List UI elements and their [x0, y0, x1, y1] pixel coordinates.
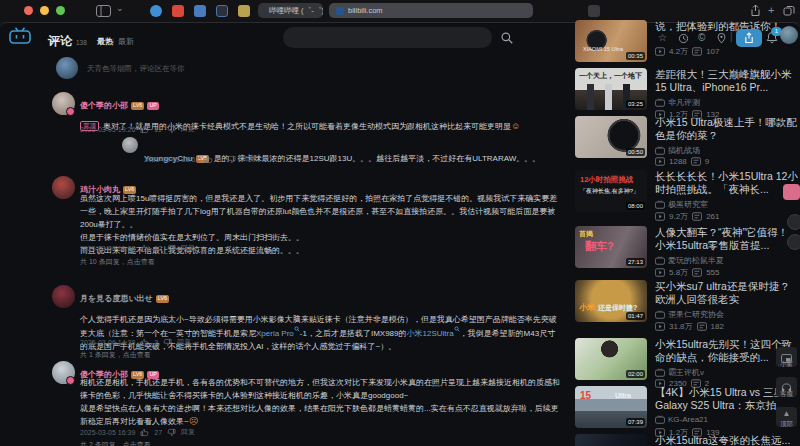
floating-widget-icon[interactable]: [787, 214, 800, 230]
share-button[interactable]: [736, 29, 762, 47]
browser-address-bar[interactable]: bilibili.com: [329, 3, 533, 18]
avatar-decoration: [66, 107, 75, 116]
video-uploader[interactable]: 霸王评机v: [655, 367, 704, 378]
close-window-button[interactable]: [24, 6, 33, 15]
video-card[interactable]: 15 Ultra 07:39 【4K】小米15 Ultra vs 三星Galax…: [575, 386, 798, 432]
copyright-icon[interactable]: ©: [698, 33, 705, 43]
video-title[interactable]: 人像大翻车？“夜神”它值得！小米15ultra零售版首提...: [655, 226, 798, 252]
video-thumbnail[interactable]: 00:50: [575, 116, 647, 158]
site-favicon: [336, 7, 344, 15]
floating-widget-icon[interactable]: [787, 234, 800, 250]
video-thumbnail[interactable]: 小米 还是保时捷? 01:47: [575, 280, 647, 322]
video-stats: 1288 9: [655, 157, 709, 166]
customer-service-button[interactable]: 客服: [776, 377, 797, 397]
video-thumbnail[interactable]: XIAOMI 15 Ultra 00:35: [575, 20, 647, 62]
reply-button[interactable]: 回复: [181, 243, 195, 253]
pinned-tab-icon-3[interactable]: [194, 5, 206, 17]
video-thumbnail[interactable]: 02:00: [575, 338, 647, 380]
video-thumbnail[interactable]: 12小时拍照挑战 「夜神长焦,有多神?」 08:00: [575, 170, 647, 212]
comment-input-placeholder[interactable]: 天青色等烟雨，评论区在等你: [87, 64, 185, 74]
danmaku-count: 9: [705, 157, 709, 166]
view-count: 1288: [669, 157, 687, 166]
view-more-replies[interactable]: 共 1 条回复，点击查看: [80, 350, 151, 360]
video-title[interactable]: 小米15 Ultra极速上手！哪款配色是你的菜？: [655, 116, 798, 142]
back-to-top-button[interactable]: ▲ 顶部: [776, 407, 797, 427]
video-card[interactable]: 一个天上，一个地下 03:25 差距很大！三大巅峰旗舰小米15 Ultra、iP…: [575, 68, 798, 114]
video-thumbnail[interactable]: 15 Ultra 07:39: [575, 386, 647, 428]
comment-date: 2025-03-05 16:39: [80, 429, 135, 436]
like-icon[interactable]: [140, 125, 149, 134]
activity-badge[interactable]: [783, 184, 800, 200]
video-title[interactable]: 买小米su7 ultra还是保时捷？欧洲人回答很老实: [655, 280, 798, 306]
video-uploader[interactable]: 爱玩的松鼠半夏: [655, 255, 724, 266]
sort-new-tab[interactable]: 最新: [118, 36, 134, 47]
like-icon[interactable]: [140, 428, 149, 437]
video-thumbnail[interactable]: 一个天上，一个地下 03:25: [575, 68, 647, 110]
video-card[interactable]: 02:00 小米15ultra先别买！这四个致命的缺点，你能接受的... 霸王评…: [575, 338, 798, 384]
like-icon[interactable]: [140, 338, 149, 347]
video-uploader[interactable]: KG-Area21: [655, 415, 708, 424]
sidebar-toggle-icon[interactable]: [96, 5, 111, 17]
video-card[interactable]: 首揭 翻车? 27:13 人像大翻车？“夜神”它值得！小米15ultra零售版首…: [575, 226, 798, 272]
avatar-reply[interactable]: [122, 137, 138, 153]
video-uploader[interactable]: 极黑研究室: [655, 199, 708, 210]
maximize-window-button[interactable]: [56, 6, 65, 15]
video-uploader[interactable]: 搞机战场: [655, 145, 700, 156]
favorite-star-icon[interactable]: ☆: [658, 33, 667, 43]
sort-hot-tab[interactable]: 最热: [97, 36, 113, 47]
pinned-tab-icon-1[interactable]: [150, 5, 162, 17]
like-icon[interactable]: [140, 244, 149, 253]
video-duration: 02:00: [626, 370, 645, 378]
browser-tab-bilibili[interactable]: 哔哩哔哩 (゜-゜)...: [258, 3, 323, 18]
mini-player-button[interactable]: 小窗: [776, 347, 797, 367]
dislike-icon[interactable]: [167, 244, 176, 253]
video-duration: 27:13: [626, 258, 645, 266]
extension-icon[interactable]: [588, 5, 600, 17]
search-word-link[interactable]: Xperia Pro: [256, 329, 294, 338]
my-avatar[interactable]: [56, 57, 78, 79]
like-icon[interactable]: [204, 155, 213, 164]
search-word-link[interactable]: 小米12SUltra: [406, 329, 453, 338]
video-stats: 9.2万 261: [655, 211, 719, 222]
bilibili-logo[interactable]: [9, 27, 31, 44]
video-card[interactable]: 12小时拍照挑战 「夜神长焦,有多神?」 08:00 长长长长长！小米15Ult…: [575, 170, 798, 216]
thumb-text: 15: [580, 390, 591, 401]
video-thumbnail[interactable]: [575, 434, 647, 446]
new-tab-icon[interactable]: +: [768, 4, 774, 16]
chevron-down-icon[interactable]: ⌄: [116, 3, 124, 13]
dislike-icon[interactable]: [227, 155, 236, 164]
pinned-tab-icon-4[interactable]: [216, 5, 228, 17]
video-card[interactable]: 小米 还是保时捷? 01:47 买小米su7 ultra还是保时捷？欧洲人回答很…: [575, 280, 798, 326]
video-title[interactable]: 长长长长长！小米15Ultra 12小时拍照挑战。「夜神长...: [655, 170, 798, 196]
search-input[interactable]: [283, 27, 492, 48]
minimize-window-button[interactable]: [40, 6, 49, 15]
dislike-icon[interactable]: [163, 338, 172, 347]
pinned-tab-icon-2[interactable]: [172, 5, 184, 17]
video-uploader[interactable]: 非凡评测: [655, 97, 700, 108]
video-uploader[interactable]: 歪果仁研究协会: [655, 309, 724, 320]
video-card[interactable]: 小米15ultra这夸张的长焦远...: [575, 434, 798, 446]
view-count: 31.8万: [669, 321, 693, 332]
reply-button[interactable]: 回复: [177, 337, 191, 347]
share-page-icon[interactable]: [750, 4, 761, 17]
avatar-comment-2[interactable]: [52, 176, 75, 199]
dislike-icon[interactable]: [167, 428, 176, 437]
video-card[interactable]: 00:50 小米15 Ultra极速上手！哪款配色是你的菜？ 搞机战场 1288…: [575, 116, 798, 162]
video-thumbnail[interactable]: 首揭 翻车? 27:13: [575, 226, 647, 268]
reply-button[interactable]: 回复: [181, 124, 195, 134]
avatar-comment-3[interactable]: [52, 285, 75, 308]
user-avatar[interactable]: [780, 26, 798, 44]
pinned-tab-icon-5[interactable]: [238, 5, 250, 17]
reply-button[interactable]: 回复: [241, 154, 255, 164]
search-icon[interactable]: [500, 31, 514, 45]
view-more-replies[interactable]: 共 2 条回复，点击查看: [80, 440, 151, 446]
tab-overview-icon[interactable]: [783, 5, 795, 17]
location-pin-icon[interactable]: [716, 32, 727, 44]
video-title[interactable]: 差距很大！三大巅峰旗舰小米15 Ultra、iPhone16 Pr...: [655, 68, 798, 94]
dislike-icon[interactable]: [167, 125, 176, 134]
comment-4-meta: 2025-03-05 16:39 27 回复: [80, 427, 195, 437]
video-title[interactable]: 小米15ultra这夸张的长焦远...: [655, 434, 798, 446]
reply-button[interactable]: 回复: [181, 427, 195, 437]
view-more-replies[interactable]: 共 10 条回复，点击查看: [80, 257, 155, 267]
history-clock-icon[interactable]: [678, 33, 689, 44]
